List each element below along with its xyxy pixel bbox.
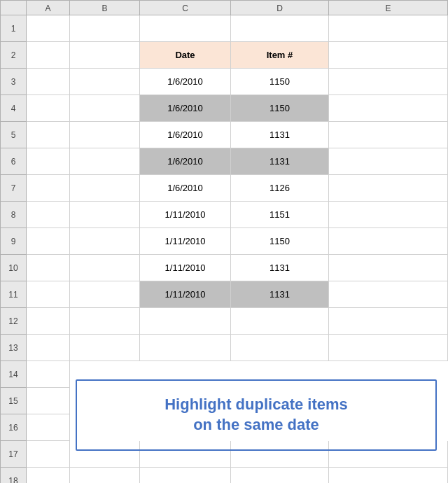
cell-9b[interactable]: [70, 228, 140, 255]
cell-3c[interactable]: 1/6/2010: [140, 69, 231, 95]
table-row: Date Item #: [27, 42, 448, 69]
cell-1e[interactable]: [329, 15, 448, 42]
cell-18c[interactable]: [140, 468, 231, 483]
table-row: [27, 15, 448, 42]
cell-12d[interactable]: [231, 308, 329, 335]
row-header-4: 4: [0, 95, 27, 122]
cell-6e[interactable]: [329, 148, 448, 175]
cell-10d[interactable]: 1131: [231, 255, 329, 281]
cell-1c[interactable]: [140, 15, 231, 42]
row-header-8: 8: [0, 202, 27, 228]
cell-10e[interactable]: [329, 255, 448, 281]
cell-6c[interactable]: 1/6/2010: [140, 148, 231, 175]
cell-2c-header: Date: [140, 42, 231, 69]
cell-6d[interactable]: 1131: [231, 148, 329, 175]
cell-3d[interactable]: 1150: [231, 69, 329, 95]
cell-8a[interactable]: [27, 202, 70, 228]
row-header-17: 17: [0, 441, 27, 468]
cell-8e[interactable]: [329, 202, 448, 228]
cell-8d[interactable]: 1151: [231, 202, 329, 228]
cell-12a[interactable]: [27, 308, 70, 335]
cell-1d[interactable]: [231, 15, 329, 42]
row-header-16: 16: [0, 414, 27, 441]
cell-13e[interactable]: [329, 335, 448, 361]
cell-15a[interactable]: [27, 388, 70, 414]
cell-7c[interactable]: 1/6/2010: [140, 175, 231, 202]
cell-13c[interactable]: [140, 335, 231, 361]
cell-13d[interactable]: [231, 335, 329, 361]
cell-12c[interactable]: [140, 308, 231, 335]
cell-5c[interactable]: 1/6/2010: [140, 122, 231, 148]
table-row: [27, 308, 448, 335]
cell-3e[interactable]: [329, 69, 448, 95]
table-row: 1/11/2010 1151: [27, 202, 448, 228]
cell-1b[interactable]: [70, 15, 140, 42]
cell-10b[interactable]: [70, 255, 140, 281]
cell-4d[interactable]: 1150: [231, 95, 329, 122]
cell-6b[interactable]: [70, 148, 140, 175]
cell-17a[interactable]: [27, 441, 70, 468]
row-header-15: 15: [0, 388, 27, 414]
cell-2e[interactable]: [329, 42, 448, 69]
row-header-10: 10: [0, 255, 27, 281]
cell-13b[interactable]: [70, 335, 140, 361]
textbox-line1: Highlight duplicate items: [164, 395, 348, 415]
cell-10c[interactable]: 1/11/2010: [140, 255, 231, 281]
cell-3b[interactable]: [70, 69, 140, 95]
cell-12e[interactable]: [329, 308, 448, 335]
col-header-d: D: [231, 0, 329, 15]
table-row: [27, 335, 448, 361]
cell-8b[interactable]: [70, 202, 140, 228]
cell-16a[interactable]: [27, 414, 70, 441]
row-header-1: 1: [0, 15, 27, 42]
cell-18d[interactable]: [231, 468, 329, 483]
cell-7e[interactable]: [329, 175, 448, 202]
cell-7d[interactable]: 1126: [231, 175, 329, 202]
cell-10a[interactable]: [27, 255, 70, 281]
cell-11e[interactable]: [329, 281, 448, 308]
cell-4b[interactable]: [70, 95, 140, 122]
cell-5a[interactable]: [27, 122, 70, 148]
table-row: 1/11/2010 1150: [27, 228, 448, 255]
cell-2a[interactable]: [27, 42, 70, 69]
cell-12b[interactable]: [70, 308, 140, 335]
cell-1a[interactable]: [27, 15, 70, 42]
table-row: 1/6/2010 1150: [27, 95, 448, 122]
cell-2d-header: Item #: [231, 42, 329, 69]
cell-11a[interactable]: [27, 281, 70, 308]
cell-9c[interactable]: 1/11/2010: [140, 228, 231, 255]
cell-3a[interactable]: [27, 69, 70, 95]
cell-18e[interactable]: [329, 468, 448, 483]
cell-18a[interactable]: [27, 468, 70, 483]
textbox-line2: on the same date: [193, 415, 319, 435]
row-header-14: 14: [0, 361, 27, 388]
cell-4e[interactable]: [329, 95, 448, 122]
cell-11c[interactable]: 1/11/2010: [140, 281, 231, 308]
cell-5e[interactable]: [329, 122, 448, 148]
cell-5d[interactable]: 1131: [231, 122, 329, 148]
cell-18b[interactable]: [70, 468, 140, 483]
cell-9d[interactable]: 1150: [231, 228, 329, 255]
row-header-6: 6: [0, 148, 27, 175]
cell-8c[interactable]: 1/11/2010: [140, 202, 231, 228]
cell-6a[interactable]: [27, 148, 70, 175]
cell-14a[interactable]: [27, 361, 70, 388]
cell-2b[interactable]: [70, 42, 140, 69]
row-header-2: 2: [0, 42, 27, 69]
cell-9a[interactable]: [27, 228, 70, 255]
cell-13a[interactable]: [27, 335, 70, 361]
row-header-18: 18: [0, 468, 27, 483]
col-header-a: A: [27, 0, 70, 15]
highlight-textbox: Highlight duplicate items on the same da…: [76, 379, 437, 451]
table-row: 1/6/2010 1131: [27, 148, 448, 175]
cell-7a[interactable]: [27, 175, 70, 202]
cell-5b[interactable]: [70, 122, 140, 148]
cell-9e[interactable]: [329, 228, 448, 255]
table-row: 1/6/2010 1131: [27, 122, 448, 148]
cell-4a[interactable]: [27, 95, 70, 122]
cell-11b[interactable]: [70, 281, 140, 308]
row-header-7: 7: [0, 175, 27, 202]
cell-7b[interactable]: [70, 175, 140, 202]
cell-4c[interactable]: 1/6/2010: [140, 95, 231, 122]
cell-11d[interactable]: 1131: [231, 281, 329, 308]
